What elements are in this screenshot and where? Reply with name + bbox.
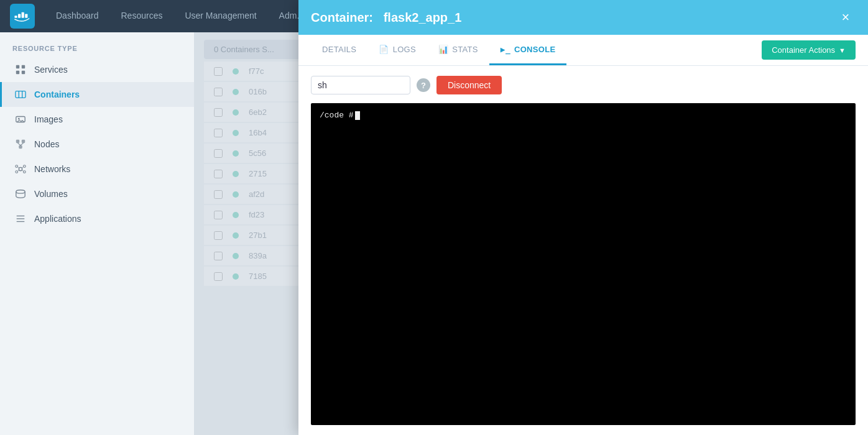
networks-icon — [14, 163, 27, 175]
svg-line-17 — [21, 143, 24, 145]
svg-point-12 — [18, 118, 20, 120]
services-label: Services — [34, 65, 68, 75]
svg-point-27 — [16, 190, 25, 193]
terminal-prompt-text: /code # — [320, 111, 354, 120]
sidebar-item-volumes[interactable]: Volumes — [0, 181, 194, 206]
tab-logs[interactable]: 📄 LOGS — [367, 35, 427, 65]
sidebar-item-services[interactable]: Services — [0, 57, 194, 82]
svg-line-25 — [18, 170, 19, 171]
applications-icon — [14, 213, 27, 225]
tab-stats-label: STATS — [452, 45, 478, 54]
tab-details-label: DETAILS — [322, 45, 356, 54]
svg-rect-5 — [22, 65, 25, 68]
container-actions-label: Container Actions — [772, 45, 835, 55]
volumes-icon — [14, 188, 27, 200]
nodes-label: Nodes — [34, 139, 59, 149]
svg-rect-1 — [18, 14, 21, 18]
svg-point-19 — [16, 165, 18, 168]
chevron-down-icon: ▼ — [839, 47, 846, 54]
sidebar-item-applications[interactable]: Applications — [0, 206, 194, 231]
svg-rect-14 — [22, 140, 25, 143]
logs-icon: 📄 — [379, 45, 389, 54]
container-actions-button[interactable]: Container Actions ▼ — [762, 40, 856, 60]
svg-line-26 — [22, 170, 23, 171]
terminal-cursor — [355, 111, 360, 120]
sidebar: RESOURCE TYPE Services Containers Images… — [0, 32, 194, 435]
sidebar-item-nodes[interactable]: Nodes — [0, 132, 194, 157]
sidebar-item-networks[interactable]: Networks — [0, 157, 194, 181]
containers-icon — [14, 88, 27, 101]
modal-tabs: DETAILS 📄 LOGS 📊 STATS ▶_ CONSOLE Contai… — [298, 35, 868, 66]
applications-label: Applications — [34, 214, 81, 224]
disconnect-button[interactable]: Disconnect — [436, 76, 502, 94]
volumes-label: Volumes — [34, 189, 68, 199]
tab-console-label: CONSOLE — [514, 45, 555, 54]
nodes-icon — [14, 138, 27, 150]
tabs-left: DETAILS 📄 LOGS 📊 STATS ▶_ CONSOLE — [311, 35, 566, 65]
svg-point-20 — [24, 165, 26, 168]
nav-resources[interactable]: Resources — [110, 0, 174, 32]
svg-point-22 — [24, 171, 26, 173]
svg-rect-4 — [16, 65, 19, 68]
terminal-prompt: /code # — [320, 111, 847, 120]
nav-dashboard[interactable]: Dashboard — [45, 0, 110, 32]
containers-label: Containers — [34, 89, 80, 99]
svg-rect-13 — [16, 140, 19, 143]
svg-rect-7 — [22, 71, 25, 74]
services-icon — [14, 63, 27, 76]
tab-console[interactable]: ▶_ CONSOLE — [489, 35, 567, 65]
resource-type-label: RESOURCE TYPE — [0, 37, 194, 57]
terminal[interactable]: /code # — [311, 103, 856, 425]
nav-usermgmt[interactable]: User Management — [173, 0, 267, 32]
svg-line-23 — [18, 167, 19, 168]
console-command-input[interactable] — [311, 76, 410, 94]
console-cmd-bar: ? Disconnect — [311, 76, 856, 94]
modal-body: ? Disconnect /code # — [298, 66, 868, 435]
container-modal: Container: flask2_app_1 × DETAILS 📄 LOGS… — [298, 32, 868, 435]
svg-rect-3 — [25, 14, 27, 18]
images-label: Images — [34, 114, 63, 124]
svg-rect-8 — [16, 91, 25, 98]
networks-label: Networks — [34, 164, 70, 174]
svg-rect-0 — [14, 16, 17, 18]
sidebar-item-images[interactable]: Images — [0, 107, 194, 132]
sidebar-item-containers[interactable]: Containers — [0, 82, 194, 107]
svg-line-16 — [18, 143, 21, 145]
main-layout: RESOURCE TYPE Services Containers Images… — [0, 32, 868, 435]
help-icon[interactable]: ? — [417, 78, 430, 92]
svg-rect-6 — [16, 71, 19, 74]
stats-icon: 📊 — [438, 45, 448, 54]
images-icon — [14, 113, 27, 126]
svg-point-18 — [19, 167, 22, 170]
svg-rect-15 — [19, 145, 22, 149]
svg-rect-2 — [22, 12, 24, 18]
tab-stats[interactable]: 📊 STATS — [427, 35, 489, 65]
tab-details[interactable]: DETAILS — [311, 35, 367, 65]
svg-point-21 — [16, 171, 18, 173]
svg-line-24 — [22, 167, 23, 168]
tab-logs-label: LOGS — [393, 45, 416, 54]
console-icon: ▶_ — [501, 45, 510, 54]
logo — [10, 4, 35, 29]
